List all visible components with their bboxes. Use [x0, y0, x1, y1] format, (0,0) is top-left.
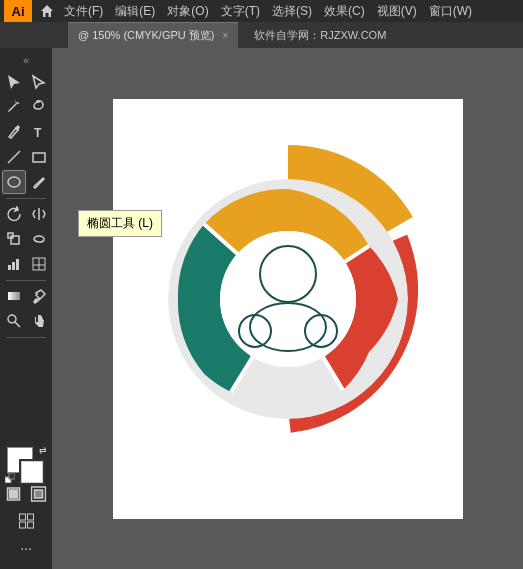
magic-wand-tool[interactable]: [2, 95, 26, 119]
menu-file[interactable]: 文件(F): [58, 0, 109, 22]
screen-mode-normal[interactable]: [2, 482, 26, 506]
lasso-tool[interactable]: [27, 95, 51, 119]
canvas-area: 椭圆工具 (L): [52, 48, 523, 569]
paintbrush-tool[interactable]: [27, 170, 51, 194]
svg-rect-6: [11, 236, 19, 244]
ellipse-tool[interactable]: [2, 170, 26, 194]
home-button[interactable]: [36, 0, 58, 22]
line-tool[interactable]: [2, 145, 26, 169]
swap-colors-icon[interactable]: ⇄: [39, 445, 47, 455]
tool-row-3: T: [0, 120, 52, 144]
svg-rect-25: [27, 522, 33, 528]
column-graph-tool[interactable]: [27, 252, 51, 276]
tool-row-5: [0, 170, 52, 194]
tool-row-7: [0, 227, 52, 251]
toolbar-separator-1: [6, 198, 46, 199]
app-logo: Ai: [4, 0, 32, 22]
direct-selection-tool[interactable]: [27, 70, 51, 94]
active-tab[interactable]: @ 150% (CMYK/GPU 预览) ×: [68, 22, 238, 48]
tool-row-8: [0, 252, 52, 276]
tool-row-10: [0, 309, 52, 333]
menu-window[interactable]: 窗口(W): [423, 0, 478, 22]
tab-site-label: 软件自学网：RJZXW.COM: [254, 28, 386, 43]
tool-row-9: [0, 284, 52, 308]
selection-tool[interactable]: [2, 70, 26, 94]
screen-mode-full[interactable]: [27, 482, 51, 506]
tab-label: @ 150% (CMYK/GPU 预览): [78, 28, 214, 43]
menu-effect[interactable]: 效果(C): [318, 0, 371, 22]
scale-tool[interactable]: [2, 227, 26, 251]
svg-point-15: [8, 315, 16, 323]
graph-tool[interactable]: [2, 252, 26, 276]
svg-point-1: [17, 102, 19, 104]
svg-text:T: T: [34, 126, 42, 140]
arrange-icon[interactable]: [14, 509, 38, 533]
menu-items: 文件(F) 编辑(E) 对象(O) 文字(T) 选择(S) 效果(C) 视图(V…: [58, 0, 519, 22]
svg-rect-20: [10, 490, 18, 498]
svg-rect-22: [19, 514, 25, 520]
svg-rect-10: [16, 259, 19, 270]
tool-row-bottom-3: ···: [2, 536, 51, 560]
svg-rect-4: [33, 153, 45, 162]
type-tool[interactable]: T: [27, 120, 51, 144]
reflect-tool[interactable]: [27, 202, 51, 226]
pen-tool[interactable]: [2, 120, 26, 144]
svg-rect-14: [8, 292, 20, 300]
menu-object[interactable]: 对象(O): [161, 0, 214, 22]
warp-tool[interactable]: [27, 227, 51, 251]
hand-tool[interactable]: [27, 309, 51, 333]
menu-bar: Ai 文件(F) 编辑(E) 对象(O) 文字(T) 选择(S) 效果(C) 视…: [0, 0, 523, 22]
left-toolbar: « T: [0, 48, 52, 569]
tool-row-2: [0, 95, 52, 119]
tool-row-4: [0, 145, 52, 169]
svg-line-16: [15, 322, 20, 327]
gradient-tool[interactable]: [2, 284, 26, 308]
svg-rect-9: [12, 262, 15, 270]
menu-text[interactable]: 文字(T): [215, 0, 266, 22]
eyedropper-tool[interactable]: [27, 284, 51, 308]
rotate-tool[interactable]: [2, 202, 26, 226]
svg-rect-18: [9, 473, 15, 479]
svg-line-3: [8, 151, 20, 163]
tab-close-button[interactable]: ×: [222, 30, 228, 41]
tab-bar: @ 150% (CMYK/GPU 预览) × 软件自学网：RJZXW.COM: [0, 22, 523, 48]
svg-point-5: [8, 177, 20, 187]
toolbar-separator-2: [6, 280, 46, 281]
menu-edit[interactable]: 编辑(E): [109, 0, 161, 22]
toolbar-separator-3: [6, 337, 46, 338]
svg-point-33: [220, 231, 356, 367]
more-tools-icon[interactable]: ···: [14, 536, 38, 560]
svg-marker-0: [41, 5, 53, 17]
toolbar-collapse-button[interactable]: «: [0, 52, 52, 68]
tool-row-bottom-1: [2, 482, 51, 506]
menu-select[interactable]: 选择(S): [266, 0, 318, 22]
svg-rect-8: [8, 265, 11, 270]
tool-row-bottom-2: [2, 509, 51, 533]
svg-rect-23: [27, 514, 33, 520]
svg-rect-24: [19, 522, 25, 528]
artboard: [113, 99, 463, 519]
zoom-tool[interactable]: [2, 309, 26, 333]
tool-row-6: [0, 202, 52, 226]
main-layout: « T: [0, 48, 523, 569]
rectangle-tool[interactable]: [27, 145, 51, 169]
bottom-tool-area: ···: [2, 482, 51, 561]
donut-chart-svg: [113, 99, 463, 519]
tool-row-1: [0, 70, 52, 94]
menu-view[interactable]: 视图(V): [371, 0, 423, 22]
